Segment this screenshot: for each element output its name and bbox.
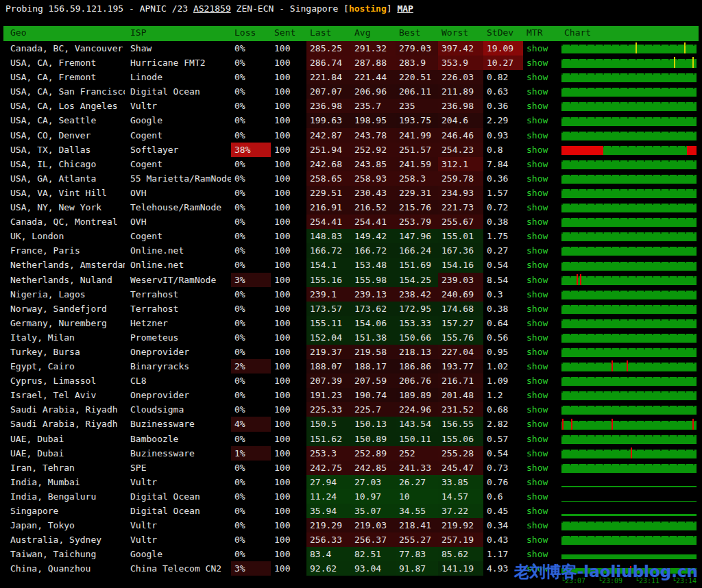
mtr-show-link[interactable]: show — [526, 101, 548, 111]
mtr-cell: show — [523, 373, 561, 388]
stdev-cell: 0.68 — [483, 402, 523, 417]
sparkline-jagged-top — [561, 391, 697, 393]
mtr-show-link[interactable]: show — [526, 43, 548, 53]
mtr-show-link[interactable]: show — [526, 318, 548, 328]
packet-loss-tick — [612, 419, 613, 430]
mtr-show-link[interactable]: show — [526, 463, 548, 473]
mtr-show-link[interactable]: show — [526, 130, 548, 140]
last-cell: 253.3 — [306, 446, 351, 461]
loss-cell: 0% — [231, 171, 271, 186]
last-cell: 155.11 — [306, 316, 351, 330]
mtr-show-link[interactable]: show — [526, 535, 548, 545]
mtr-show-link[interactable]: show — [526, 520, 548, 530]
avg-cell: 151.38 — [351, 330, 396, 345]
mtr-show-link[interactable]: show — [526, 231, 548, 241]
best-cell: 255.27 — [396, 532, 438, 547]
mtr-show-link[interactable]: show — [526, 448, 548, 458]
isp-cell: Terrahost — [127, 302, 231, 316]
table-row: UK, LondonCogent0%100148.83149.42147.961… — [3, 229, 699, 243]
table-row: Israel, Tel AvivOneprovider0%100191.2319… — [3, 388, 699, 402]
table-row: USA, VA, Vint HillOVH0%100229.51230.4322… — [3, 186, 699, 200]
mtr-show-link[interactable]: show — [526, 245, 548, 256]
isp-cell: Oneprovider — [127, 388, 231, 402]
sent-cell: 100 — [271, 345, 306, 359]
mtr-show-link[interactable]: show — [526, 115, 548, 125]
mtr-show-link[interactable]: show — [526, 434, 548, 444]
geo-cell: Germany, Nuremberg — [7, 316, 125, 330]
latency-sparkline — [561, 215, 699, 229]
loss-cell: 0% — [231, 287, 271, 302]
latency-sparkline — [561, 84, 699, 99]
mtr-show-link[interactable]: show — [526, 491, 548, 502]
stdev-cell: 1.02 — [483, 359, 523, 373]
loss-cell: 0% — [231, 84, 271, 99]
best-cell: 151.69 — [396, 258, 438, 272]
stdev-cell: 2.29 — [483, 113, 523, 127]
sparkline-bar — [561, 73, 697, 82]
sent-cell: 100 — [271, 128, 306, 143]
mtr-show-link[interactable]: show — [526, 145, 548, 155]
stdev-cell: 0.36 — [483, 99, 523, 113]
worst-cell: 221.73 — [438, 200, 483, 215]
sparkline-bar — [561, 232, 697, 241]
mtr-show-link[interactable]: show — [526, 202, 548, 212]
mtr-show-link[interactable]: show — [526, 376, 548, 386]
loss-cell: 0% — [231, 302, 271, 316]
geo-cell: USA, TX, Dallas — [7, 143, 125, 157]
last-cell: 92.62 — [306, 561, 351, 576]
mtr-show-link[interactable]: show — [526, 217, 548, 227]
isp-cell: CL8 — [127, 373, 231, 388]
best-cell: 154.25 — [396, 273, 438, 287]
geo-cell: USA, CA, Fremont — [7, 56, 125, 70]
avg-cell: 35.07 — [351, 504, 396, 518]
mtr-show-link[interactable]: show — [526, 159, 548, 169]
mtr-show-link[interactable]: show — [526, 289, 548, 299]
asn-link[interactable]: AS21859 — [193, 3, 231, 14]
sparkline-jagged-top — [561, 536, 697, 537]
avg-cell: 287.88 — [351, 56, 396, 70]
latency-sparkline — [561, 157, 699, 171]
mtr-show-link[interactable]: show — [526, 361, 548, 371]
best-cell: 252 — [396, 446, 438, 461]
best-cell: 143.54 — [396, 417, 438, 431]
sent-cell: 100 — [271, 273, 306, 287]
loss-cell: 3% — [231, 273, 271, 287]
mtr-show-link[interactable]: show — [526, 477, 548, 487]
sent-cell: 100 — [271, 258, 306, 272]
last-cell: 166.72 — [306, 243, 351, 258]
mtr-show-link[interactable]: show — [526, 275, 548, 285]
mtr-show-link[interactable]: show — [526, 404, 548, 415]
sparkline-bar — [561, 554, 697, 559]
ping-probe-app: Probing 156.59.121.195 - APNIC /23 AS218… — [0, 0, 702, 588]
mtr-cell: show — [523, 157, 561, 171]
mtr-show-link[interactable]: show — [526, 549, 548, 559]
loss-cell: 0% — [231, 128, 271, 143]
probe-title-prefix: Probing 156.59.121.195 - APNIC /23 — [5, 3, 193, 14]
loss-cell: 0% — [231, 316, 271, 330]
mtr-show-link[interactable]: show — [526, 304, 548, 314]
map-link[interactable]: MAP — [397, 3, 413, 14]
sparkline-jagged-top — [561, 59, 697, 60]
mtr-show-link[interactable]: show — [526, 188, 548, 198]
mtr-show-link[interactable]: show — [526, 173, 548, 184]
mtr-show-link[interactable]: show — [526, 506, 548, 516]
geo-cell: Taiwan, Taichung — [7, 547, 125, 561]
packet-loss-tick — [627, 360, 628, 371]
mtr-show-link[interactable]: show — [526, 419, 548, 429]
mtr-show-link[interactable]: show — [526, 332, 548, 343]
mtr-show-link[interactable]: show — [526, 347, 548, 357]
mtr-show-link[interactable]: show — [526, 260, 548, 270]
best-cell: 253.79 — [396, 215, 438, 229]
mtr-show-link[interactable]: show — [526, 86, 548, 97]
sparkline-bar — [561, 59, 697, 68]
stdev-cell: 2.82 — [483, 417, 523, 431]
mtr-show-link[interactable]: show — [526, 58, 548, 68]
mtr-cell: show — [523, 287, 561, 302]
latency-sparkline — [561, 359, 699, 373]
sent-cell: 100 — [271, 561, 306, 576]
stdev-cell: 0.3 — [483, 287, 523, 302]
mtr-show-link[interactable]: show — [526, 72, 548, 82]
mtr-show-link[interactable]: show — [526, 390, 548, 400]
last-cell: 173.57 — [306, 302, 351, 316]
sparkline-bar — [561, 486, 697, 487]
